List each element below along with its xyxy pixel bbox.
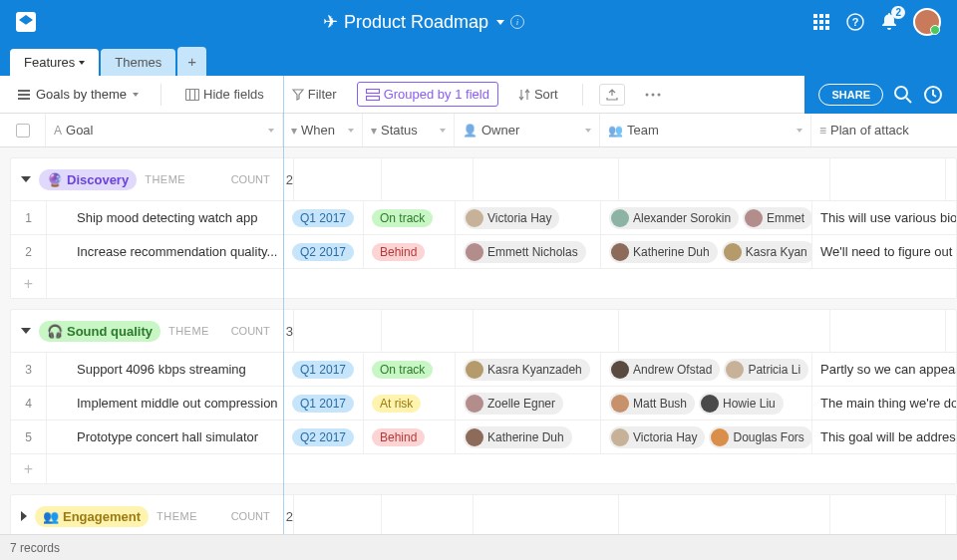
row-number[interactable]: 2 xyxy=(11,235,47,268)
cell-team[interactable]: Andrew OfstadPatricia Li xyxy=(601,353,812,386)
apps-icon[interactable] xyxy=(811,12,831,32)
filter-button[interactable]: Filter xyxy=(284,83,345,106)
cell-plan[interactable]: We'll need to figure out t xyxy=(812,235,956,268)
info-icon[interactable]: i xyxy=(510,15,524,29)
column-header-owner[interactable]: 👤 Owner xyxy=(455,114,600,146)
theme-pill[interactable]: 🔮Discovery xyxy=(39,169,137,190)
share-download-button[interactable] xyxy=(599,84,625,106)
tab-features[interactable]: Features xyxy=(10,49,99,76)
notifications-icon[interactable]: 2 xyxy=(879,12,899,32)
person-pill[interactable]: Matt Bush xyxy=(609,393,695,415)
cell-team[interactable]: Matt BushHowie Liu xyxy=(601,387,812,420)
cell-plan[interactable]: The main thing we're doi xyxy=(812,387,956,420)
table-row[interactable]: 3Support 4096 kbps streamingQ1 2017On tr… xyxy=(11,352,956,386)
column-header-status[interactable]: ▾ Status xyxy=(363,114,455,146)
collapse-group-icon[interactable] xyxy=(21,176,31,182)
person-pill[interactable]: Alexander Sorokin xyxy=(609,207,739,229)
person-pill[interactable]: Katherine Duh xyxy=(464,426,572,448)
cell-goal[interactable]: Implement middle out compression xyxy=(47,387,284,420)
table-row[interactable]: 5Prototype concert hall simulatorQ2 2017… xyxy=(11,420,956,453)
user-avatar[interactable] xyxy=(913,8,941,36)
person-pill[interactable]: Zoelle Egner xyxy=(464,393,563,415)
cell-plan[interactable]: Partly so we can appeas xyxy=(812,353,956,386)
person-pill[interactable]: Victoria Hay xyxy=(609,426,705,448)
add-tab-button[interactable]: + xyxy=(177,47,206,76)
hide-fields-button[interactable]: Hide fields xyxy=(177,83,272,106)
cell-when[interactable]: Q1 2017 xyxy=(284,201,364,234)
cell-when[interactable]: Q2 2017 xyxy=(284,420,364,453)
cell-owner[interactable]: Emmett Nicholas xyxy=(456,235,601,268)
chevron-down-icon xyxy=(79,61,85,65)
cell-team[interactable]: Alexander SorokinEmmet xyxy=(601,201,812,234)
row-number[interactable]: 5 xyxy=(11,420,47,453)
checkbox-icon[interactable] xyxy=(16,124,30,138)
cell-team[interactable]: Katherine DuhKasra Kyan xyxy=(601,235,812,268)
cell-goal[interactable]: Ship mood detecting watch app xyxy=(47,201,284,234)
column-header-when[interactable]: ▾ When xyxy=(283,114,363,146)
share-button[interactable]: SHARE xyxy=(818,84,883,106)
row-number[interactable]: 1 xyxy=(11,201,47,234)
cell-owner[interactable]: Kasra Kyanzadeh xyxy=(456,353,601,386)
history-icon[interactable] xyxy=(923,85,943,105)
column-header-team[interactable]: 👥 Team xyxy=(600,114,811,146)
cell-owner[interactable]: Zoelle Egner xyxy=(456,387,601,420)
cell-team[interactable]: Victoria HayDouglas Fors xyxy=(601,420,812,453)
count-value: 2 xyxy=(286,509,293,524)
svg-point-18 xyxy=(657,93,660,96)
help-icon[interactable]: ? xyxy=(845,12,865,32)
theme-pill[interactable]: 👥Engagement xyxy=(35,506,149,527)
cell-goal[interactable]: Prototype concert hall simulator xyxy=(47,420,284,453)
cell-when[interactable]: Q1 2017 xyxy=(284,353,364,386)
cell-owner[interactable]: Victoria Hay xyxy=(456,201,601,234)
search-icon[interactable] xyxy=(893,85,913,105)
add-row[interactable]: + xyxy=(11,453,956,483)
cell-when[interactable]: Q2 2017 xyxy=(284,235,364,268)
cell-status[interactable]: On track xyxy=(364,201,456,234)
avatar xyxy=(611,209,629,227)
expand-group-icon[interactable] xyxy=(21,511,27,521)
row-number[interactable]: 4 xyxy=(11,387,47,420)
person-pill[interactable]: Katherine Duh xyxy=(609,241,718,263)
cell-status[interactable]: At risk xyxy=(364,387,456,420)
add-row-button[interactable]: + xyxy=(11,454,47,483)
person-pill[interactable]: Andrew Ofstad xyxy=(609,359,720,381)
select-all-header[interactable] xyxy=(0,114,46,146)
person-pill[interactable]: Patricia Li xyxy=(724,359,808,381)
cell-owner[interactable]: Katherine Duh xyxy=(456,420,601,453)
cell-plan[interactable]: This goal will be address xyxy=(812,420,956,453)
cell-when[interactable]: Q1 2017 xyxy=(284,387,364,420)
row-number[interactable]: 3 xyxy=(11,353,47,386)
person-pill[interactable]: Douglas Fors xyxy=(709,426,811,448)
more-options-button[interactable] xyxy=(637,89,669,101)
collapse-group-icon[interactable] xyxy=(21,328,31,334)
add-row[interactable]: + xyxy=(11,268,956,298)
cell-status[interactable]: Behind xyxy=(364,420,456,453)
person-pill[interactable]: Kasra Kyan xyxy=(722,241,812,263)
cell-goal[interactable]: Increase recommendation quality... xyxy=(47,235,284,268)
person-pill[interactable]: Kasra Kyanzadeh xyxy=(464,359,590,381)
table-row[interactable]: 1Ship mood detecting watch appQ1 2017On … xyxy=(11,200,956,234)
cell-status[interactable]: On track xyxy=(364,353,456,386)
table-row[interactable]: 4Implement middle out compressionQ1 2017… xyxy=(11,386,956,420)
person-pill[interactable]: Emmet xyxy=(743,207,812,229)
chevron-down-icon[interactable] xyxy=(496,20,504,25)
add-row-button[interactable]: + xyxy=(11,269,47,298)
table-row[interactable]: 2Increase recommendation quality...Q2 20… xyxy=(11,234,956,268)
cell-status[interactable]: Behind xyxy=(364,235,456,268)
tab-themes[interactable]: Themes xyxy=(101,49,175,76)
person-pill[interactable]: Howie Liu xyxy=(699,393,784,415)
app-title[interactable]: Product Roadmap xyxy=(344,12,488,33)
chevron-down-icon xyxy=(797,129,802,133)
avatar xyxy=(701,395,719,413)
cell-goal[interactable]: Support 4096 kbps streaming xyxy=(47,353,284,386)
column-header-plan[interactable]: ≡ Plan of attack xyxy=(811,114,957,146)
app-logo-icon[interactable] xyxy=(16,12,36,32)
person-pill[interactable]: Emmett Nicholas xyxy=(464,241,586,263)
person-pill[interactable]: Victoria Hay xyxy=(464,207,559,229)
theme-pill[interactable]: 🎧Sound quality xyxy=(39,321,160,342)
cell-plan[interactable]: This will use various bior xyxy=(812,201,956,234)
view-selector[interactable]: Goals by theme xyxy=(12,83,145,106)
column-header-goal[interactable]: A Goal xyxy=(46,114,283,146)
sort-button[interactable]: Sort xyxy=(510,83,566,106)
group-button[interactable]: Grouped by 1 field xyxy=(357,82,498,107)
